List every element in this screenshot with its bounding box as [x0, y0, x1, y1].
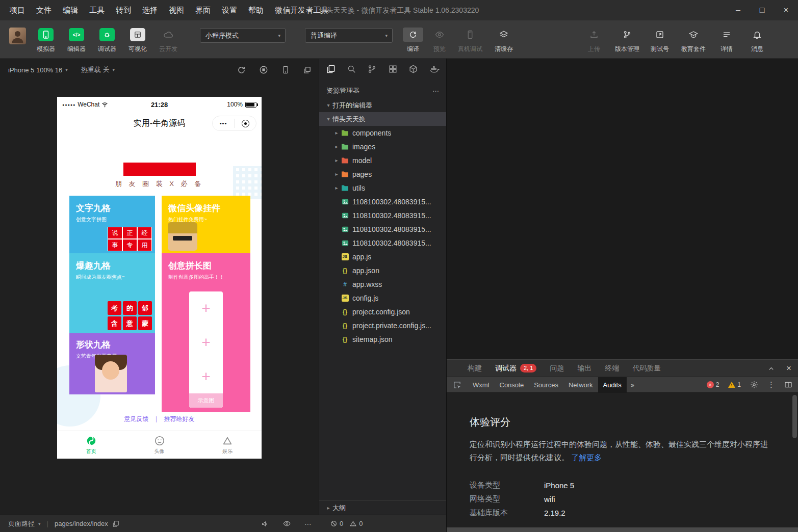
debugger-toggle[interactable]: 调试器 [93, 27, 121, 54]
menu-interface[interactable]: 界面 [190, 6, 216, 15]
sound-icon[interactable] [261, 520, 269, 528]
devtools-tab-sources[interactable]: Sources [529, 377, 563, 393]
card-text-grid[interactable]: 文字九格 创意文字拼图 说 正 经 事 专 用 [69, 196, 155, 253]
horizontal-scrollbar[interactable] [447, 527, 798, 532]
tab-output[interactable]: 输出 [571, 360, 598, 377]
windows-icon[interactable] [303, 66, 312, 74]
tree-folder-utils[interactable]: ▸ utils [319, 181, 446, 195]
page-path-select[interactable]: 页面路径 ▾ [8, 519, 41, 528]
search-icon[interactable] [347, 64, 356, 74]
devtools-tab-network[interactable]: Network [563, 377, 598, 393]
tab-home[interactable]: 首页 [57, 431, 125, 459]
tree-file-projectconfig[interactable]: {} project.config.json [319, 305, 446, 318]
menu-edit[interactable]: 编辑 [57, 6, 84, 15]
docker-icon[interactable] [429, 64, 440, 74]
tab-avatar[interactable]: 头像 [125, 431, 194, 459]
eye-icon[interactable] [282, 520, 291, 527]
warning-counter[interactable]: 1 [728, 381, 741, 388]
tree-folder-model[interactable]: ▸ model [319, 153, 446, 167]
refresh-icon[interactable] [237, 66, 246, 74]
tab-debugger[interactable]: 调试器 2, 1 [488, 360, 543, 377]
tree-file-sitemap[interactable]: {} sitemap.json [319, 332, 446, 346]
split-panel-icon[interactable] [784, 381, 792, 389]
menu-settings[interactable]: 设置 [216, 6, 243, 15]
device-icon[interactable] [281, 65, 290, 74]
upload-button[interactable]: 上传 [580, 27, 608, 54]
more-menu-button[interactable]: ••• [213, 116, 234, 130]
tree-file-appwxss[interactable]: # app.wxss [319, 277, 446, 291]
collapse-icon[interactable] [767, 365, 775, 373]
details-button[interactable]: 详情 [712, 27, 741, 54]
visual-toggle[interactable]: 可视化 [123, 27, 152, 54]
devtools-tab-wxml[interactable]: Wxml [468, 377, 495, 393]
tree-file-configjs[interactable]: JS config.js [319, 291, 446, 305]
menu-project[interactable]: 项目 [4, 6, 31, 15]
extensions-icon[interactable] [388, 64, 398, 74]
tree-file-image[interactable]: 1108100302.48083915... [319, 236, 446, 250]
outline-section[interactable]: ▸ 大纲 [319, 500, 446, 515]
problems-summary[interactable]: 0 0 [330, 520, 367, 527]
tree-file-image[interactable]: 1108100302.48083915... [319, 208, 446, 222]
cloud-dev-button[interactable]: 云开发 [154, 27, 183, 54]
vertical-scrollbar[interactable] [792, 395, 797, 438]
test-account-button[interactable]: 测试号 [646, 27, 674, 54]
menu-tools[interactable]: 工具 [84, 6, 110, 15]
tree-file-appjs[interactable]: JS app.js [319, 250, 446, 263]
stop-icon[interactable] [259, 65, 268, 74]
maximize-button[interactable]: □ [750, 0, 774, 20]
clear-cache-button[interactable]: 清缓存 [490, 27, 518, 54]
edu-suite-button[interactable]: 教育套件 [678, 27, 709, 54]
git-branch-icon[interactable] [367, 64, 377, 74]
tree-folder-images[interactable]: ▸ images [319, 140, 446, 153]
device-select[interactable]: iPhone 5 100% 16 ▾ [8, 66, 68, 74]
tree-file-image[interactable]: 1108100302.48083915... [319, 195, 446, 208]
simulator-toggle[interactable]: 模拟器 [32, 27, 60, 54]
gear-icon[interactable] [750, 381, 758, 389]
mode-select[interactable]: 小程序模式 ▾ [200, 28, 286, 43]
tree-file-image[interactable]: 1108100302.48083915... [319, 222, 446, 236]
devtools-tab-console[interactable]: Console [495, 377, 529, 393]
section-project-root[interactable]: ▾ 情头天天换 [319, 112, 446, 126]
menu-file[interactable]: 文件 [31, 6, 57, 15]
tree-folder-pages[interactable]: ▸ pages [319, 167, 446, 181]
editor-toggle[interactable]: </> 编辑器 [62, 27, 91, 54]
kebab-menu-icon[interactable]: ⋮ [767, 380, 775, 389]
messages-button[interactable]: 消息 [743, 27, 771, 54]
card-long-image[interactable]: 创意拼长图 制作创意多图的高手！！ + + + 示意图 [162, 253, 250, 412]
files-icon[interactable] [326, 64, 336, 74]
tab-build[interactable]: 构建 [461, 360, 488, 377]
menu-goto[interactable]: 转到 [110, 6, 137, 15]
feedback-link[interactable]: 意见反馈 [124, 415, 149, 422]
version-control-button[interactable]: 版本管理 [611, 27, 643, 54]
card-shape-grid[interactable]: 形状九格 文艺青年发图专属 [69, 333, 155, 394]
devtools-tab-audits[interactable]: Audits [598, 377, 627, 393]
section-open-editors[interactable]: ▾ 打开的编辑器 [319, 98, 446, 112]
learn-more-link[interactable]: 了解更多 [571, 453, 602, 462]
error-counter[interactable]: × 2 [707, 381, 719, 388]
menu-select[interactable]: 选择 [137, 6, 163, 15]
preview-button[interactable]: 预览 [425, 27, 454, 54]
package-icon[interactable] [408, 64, 418, 74]
compile-mode-select[interactable]: 普通编译 ▾ [305, 28, 393, 43]
more-icon[interactable]: ⋯ [432, 87, 439, 95]
tree-folder-components[interactable]: ▸ components [319, 126, 446, 140]
inspect-element-icon[interactable] [453, 381, 461, 389]
tab-overflow-icon[interactable]: » [627, 381, 638, 389]
red-banner[interactable] [123, 163, 196, 176]
close-miniapp-button[interactable] [235, 116, 256, 130]
tree-file-appjson[interactable]: {} app.json [319, 263, 446, 277]
recommend-link[interactable]: 推荐给好友 [164, 415, 194, 422]
menu-view[interactable]: 视图 [163, 6, 190, 15]
menu-help[interactable]: 帮助 [243, 6, 269, 15]
close-button[interactable]: × [774, 0, 798, 20]
more-icon[interactable]: ⋯ [304, 520, 312, 528]
tab-problems[interactable]: 问题 [543, 360, 571, 377]
compile-button[interactable]: 编译 [399, 27, 427, 54]
tree-file-privateconfig[interactable]: {} project.private.config.js... [319, 318, 446, 332]
copy-icon[interactable] [112, 520, 119, 527]
card-avatar-pendant[interactable]: 微信头像挂件 热门挂件免费用~ [162, 196, 250, 253]
tab-terminal[interactable]: 终端 [598, 360, 626, 377]
close-panel-icon[interactable]: × [786, 363, 791, 374]
minimize-button[interactable]: – [726, 0, 750, 20]
hot-reload-select[interactable]: 热重载 关 ▾ [81, 65, 115, 74]
